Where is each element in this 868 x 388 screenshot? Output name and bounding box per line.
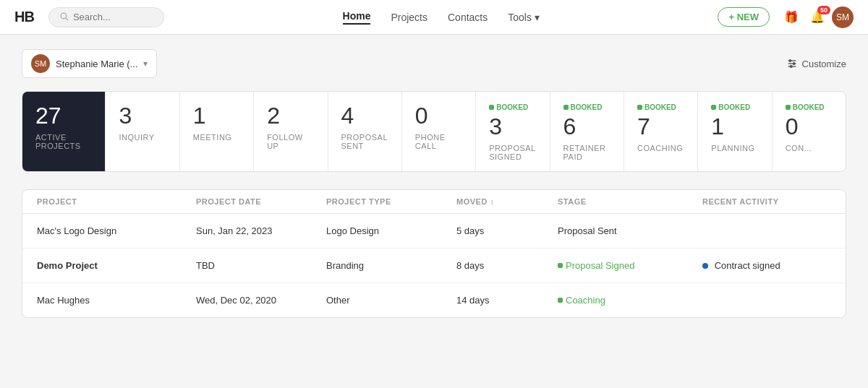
project-name: Demo Project: [37, 260, 196, 271]
project-type: Other: [326, 295, 456, 306]
booked-badge: BOOKED: [711, 103, 758, 111]
booked-icon: [637, 105, 642, 110]
user-row: SM Stephanie Marie (... ▾ Customize: [22, 49, 846, 78]
customize-button[interactable]: Customize: [786, 58, 846, 69]
booked-icon: [489, 105, 494, 110]
retainer-paid-number: 6: [563, 114, 610, 139]
notification-button[interactable]: 🔔 50: [806, 7, 829, 27]
table-header: PROJECT PROJECT DATE PROJECT TYPE MOVED …: [22, 190, 846, 214]
user-name: Stephanie Marie (...: [56, 59, 137, 69]
project-stage: Proposal Signed: [558, 260, 702, 271]
phone-call-label: PHONECALL: [415, 133, 462, 150]
navbar: HB Home Projects Contacts Tools ▾ + NEW …: [0, 0, 868, 35]
booked-badge: BOOKED: [563, 103, 610, 111]
proposal-signed-number: 3: [489, 114, 536, 139]
stat-card-active-projects[interactable]: 27 ACTIVEPROJECTS: [22, 92, 106, 171]
table-row[interactable]: Mac Hughes Wed, Dec 02, 2020 Other 14 da…: [22, 283, 846, 317]
svg-line-1: [66, 17, 68, 20]
notification-badge: 50: [817, 6, 830, 14]
chevron-down-icon: ▾: [143, 59, 148, 69]
project-moved: 5 days: [456, 225, 558, 236]
stat-card-proposal-sent[interactable]: 4 PROPOSALSENT: [328, 92, 402, 171]
coaching-number: 7: [637, 114, 684, 139]
col-project: PROJECT: [37, 197, 196, 206]
booked-label: BOOKED: [718, 103, 750, 111]
stat-card-coaching[interactable]: BOOKED 7 COACHING: [624, 92, 698, 171]
project-activity: Contract signed: [702, 260, 831, 271]
gift-icon: 🎁: [784, 11, 799, 23]
nav-contacts[interactable]: Contacts: [448, 12, 488, 23]
user-avatar: SM: [31, 54, 50, 73]
stat-card-planning[interactable]: BOOKED 1 PLANNING: [698, 92, 772, 171]
project-stage: Proposal Sent: [558, 225, 702, 236]
project-date: Wed, Dec 02, 2020: [196, 295, 326, 306]
svg-point-5: [789, 60, 791, 62]
nav-projects[interactable]: Projects: [391, 12, 427, 23]
col-activity: RECENT ACTIVITY: [702, 197, 831, 206]
chevron-down-icon: ▾: [535, 12, 540, 23]
nav-tools[interactable]: Tools ▾: [508, 12, 540, 23]
con-label: CON...: [786, 144, 833, 152]
stat-card-con[interactable]: BOOKED 0 CON...: [773, 92, 846, 171]
booked-badge: BOOKED: [637, 103, 684, 111]
stat-card-inquiry[interactable]: 3 INQUIRY: [106, 92, 179, 171]
con-number: 0: [786, 114, 833, 139]
project-date: Sun, Jan 22, 2023: [196, 225, 326, 236]
project-moved: 14 days: [456, 295, 558, 306]
search-bar[interactable]: [48, 7, 164, 27]
table-row[interactable]: Mac's Logo Design Sun, Jan 22, 2023 Logo…: [22, 214, 846, 249]
svg-point-7: [790, 66, 792, 68]
retainer-paid-label: RETAINERPAID: [563, 144, 610, 161]
meeting-label: MEETING: [193, 133, 240, 142]
active-projects-label: ACTIVEPROJECTS: [35, 133, 92, 150]
col-type: PROJECT TYPE: [326, 197, 456, 206]
active-projects-number: 27: [35, 103, 92, 129]
booked-label: BOOKED: [793, 103, 825, 111]
planning-number: 1: [711, 114, 758, 139]
main-content: SM Stephanie Marie (... ▾ Customize 27 A…: [0, 35, 868, 332]
booked-badge: BOOKED: [786, 103, 833, 111]
booked-icon: [563, 105, 569, 110]
planning-label: PLANNING: [711, 144, 758, 152]
booked-icon: [786, 105, 791, 110]
nav-links: Home Projects Contacts Tools ▾: [343, 10, 540, 25]
project-type: Branding: [326, 260, 456, 271]
stat-card-proposal-signed[interactable]: BOOKED 3 PROPOSALSIGNED: [476, 92, 550, 171]
phone-call-number: 0: [415, 103, 462, 129]
stat-card-followup[interactable]: 2 FOLLOW UP: [254, 92, 328, 171]
customize-label: Customize: [802, 59, 846, 69]
user-selector[interactable]: SM Stephanie Marie (... ▾: [22, 49, 157, 78]
proposal-signed-label: PROPOSALSIGNED: [489, 144, 536, 161]
search-input[interactable]: [73, 12, 153, 22]
stat-card-meeting[interactable]: 1 MEETING: [180, 92, 254, 171]
avatar-initials: SM: [836, 12, 849, 22]
stat-card-retainer-paid[interactable]: BOOKED 6 RETAINERPAID: [550, 92, 624, 171]
inquiry-number: 3: [119, 103, 166, 129]
search-icon: [59, 12, 69, 23]
followup-number: 2: [267, 103, 314, 129]
booked-icon: [711, 105, 716, 110]
project-name: Mac's Logo Design: [37, 225, 196, 236]
avatar[interactable]: SM: [832, 7, 854, 28]
svg-point-0: [61, 13, 67, 19]
sort-icon: ↕: [490, 198, 495, 206]
new-button[interactable]: + NEW: [718, 7, 770, 27]
proposal-sent-number: 4: [341, 103, 388, 129]
proposal-sent-label: PROPOSALSENT: [341, 133, 388, 150]
svg-point-6: [793, 63, 795, 65]
project-moved: 8 days: [456, 260, 558, 271]
col-moved[interactable]: MOVED ↕: [456, 197, 558, 206]
table-row[interactable]: Demo Project TBD Branding 8 days Proposa…: [22, 249, 846, 283]
col-date: PROJECT DATE: [196, 197, 326, 206]
booked-stage-icon: [558, 298, 563, 303]
gift-button[interactable]: 🎁: [780, 7, 803, 27]
booked-label: BOOKED: [571, 103, 603, 111]
app-logo: HB: [14, 9, 34, 25]
coaching-label: COACHING: [637, 144, 684, 152]
nav-tools-right: + NEW 🎁 🔔 50 SM: [718, 7, 854, 28]
stat-card-phone-call[interactable]: 0 PHONECALL: [402, 92, 476, 171]
project-date: TBD: [196, 260, 326, 271]
col-stage: STAGE: [558, 197, 702, 206]
project-type: Logo Design: [326, 225, 456, 236]
nav-home[interactable]: Home: [343, 10, 371, 25]
